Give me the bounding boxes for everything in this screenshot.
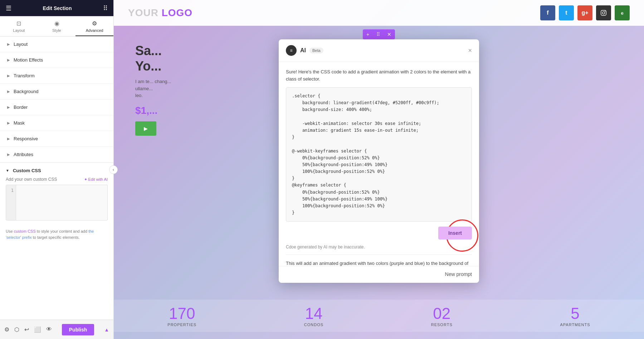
menu-item-border[interactable]: ▶ Border — [0, 100, 113, 115]
sidebar: ☰ Edit Section ⠿ ⊡ Layout ◉ Style ⚙ Adva… — [0, 0, 114, 339]
menu-item-label: Responsive — [14, 136, 38, 141]
hamburger-icon[interactable]: ☰ — [6, 4, 11, 12]
menu-item-attributes[interactable]: ▶ Attributes — [0, 147, 113, 163]
modal-insert-row: Insert — [286, 227, 472, 244]
sidebar-footer-note: Use custom CSS to style your content and… — [0, 225, 113, 244]
css-editor: 1 — [6, 185, 108, 221]
ai-modal: ≡ AI Beta × Sure! Here's the CSS code to… — [279, 39, 479, 283]
custom-css-section: ▼ Custom CSS Add your own custom CSS ✦ E… — [0, 163, 113, 225]
modal-summary: This will add an animated gradient with … — [286, 260, 472, 266]
add-css-label: Add your own custom CSS — [6, 177, 57, 182]
bottom-icons: ⚙ ⬡ ↩ ⬜ 👁 — [4, 326, 52, 333]
menu-item-label: Border — [14, 105, 28, 110]
publish-arrow-icon[interactable]: ▲ — [104, 327, 109, 333]
tab-style-label: Style — [52, 28, 61, 33]
modal-overlay: ≡ AI Beta × Sure! Here's the CSS code to… — [114, 0, 644, 339]
tab-style[interactable]: ◉ Style — [38, 16, 76, 36]
css-textarea[interactable] — [16, 185, 107, 220]
main-area: YOUR LOGO f t g+ e + ⠿ ✕ Sa... Yo... I a… — [114, 0, 644, 339]
menu-item-label: Background — [14, 89, 38, 94]
sidebar-bottom: ⚙ ⬡ ↩ ⬜ 👁 Publish ▲ — [0, 320, 113, 339]
modal-intro-text: Sure! Here's the CSS code to add a gradi… — [286, 68, 472, 82]
custom-css-subheader: Add your own custom CSS ✦ Edit with AI — [6, 177, 108, 182]
line-numbers: 1 — [6, 185, 16, 220]
responsive-icon[interactable]: ⬜ — [34, 326, 41, 333]
menu-item-background[interactable]: ▶ Background — [0, 84, 113, 100]
chevron-icon: ▶ — [7, 121, 10, 125]
layers-icon[interactable]: ⬡ — [14, 326, 19, 333]
tab-layout[interactable]: ⊡ Layout — [0, 16, 38, 36]
modal-ai-label: AI — [300, 47, 306, 54]
chevron-down-icon: ▼ — [6, 169, 9, 173]
chevron-icon: ▶ — [7, 42, 10, 46]
sidebar-tabs: ⊡ Layout ◉ Style ⚙ Advanced — [0, 16, 113, 37]
menu-item-label: Attributes — [14, 152, 33, 157]
menu-item-layout[interactable]: ▶ Layout — [0, 37, 113, 52]
new-prompt-button[interactable]: New prompt — [445, 271, 472, 277]
publish-button[interactable]: Publish — [62, 324, 94, 335]
sidebar-title: Edit Section — [43, 5, 72, 11]
menu-item-label: Transform — [14, 73, 35, 78]
preview-icon[interactable]: 👁 — [46, 326, 52, 333]
modal-divider — [286, 255, 472, 255]
chevron-icon: ▶ — [7, 74, 10, 78]
tab-advanced[interactable]: ⚙ Advanced — [75, 16, 113, 36]
modal-body: Sure! Here's the CSS code to add a gradi… — [279, 62, 479, 266]
modal-logo: ≡ — [286, 45, 297, 56]
menu-item-label: Motion Effects — [14, 57, 43, 63]
modal-warning: Cdoe generated by AI may be inaccurate. — [286, 244, 472, 250]
history-icon[interactable]: ↩ — [24, 326, 29, 333]
css-code-block: .selector { background: linear-gradient(… — [286, 87, 472, 222]
tab-advanced-label: Advanced — [86, 28, 103, 33]
settings-bottom-icon[interactable]: ⚙ — [4, 326, 9, 333]
modal-footer: New prompt — [279, 266, 479, 283]
chevron-icon: ▶ — [7, 58, 10, 62]
edit-with-ai-btn[interactable]: ✦ Edit with AI — [84, 177, 108, 182]
menu-item-label: Layout — [14, 42, 28, 47]
grid-icon[interactable]: ⠿ — [103, 4, 108, 12]
tab-layout-label: Layout — [13, 28, 25, 33]
menu-item-transform[interactable]: ▶ Transform — [0, 68, 113, 84]
chevron-icon: ▶ — [7, 89, 10, 93]
chevron-icon: ▶ — [7, 137, 10, 141]
advanced-icon: ⚙ — [92, 20, 97, 27]
menu-item-label: Mask — [14, 120, 25, 126]
modal-header: ≡ AI Beta × — [279, 39, 479, 62]
menu-item-responsive[interactable]: ▶ Responsive — [0, 131, 113, 147]
custom-css-label: Custom CSS — [13, 168, 41, 173]
modal-close-btn[interactable]: × — [468, 47, 472, 54]
sidebar-menu: ▶ Layout ▶ Motion Effects ▶ Transform ▶ … — [0, 37, 113, 320]
menu-item-mask[interactable]: ▶ Mask — [0, 115, 113, 131]
sidebar-header: ☰ Edit Section ⠿ — [0, 0, 113, 16]
insert-button[interactable]: Insert — [438, 227, 472, 239]
menu-item-motion-effects[interactable]: ▶ Motion Effects — [0, 52, 113, 68]
beta-badge: Beta — [309, 48, 323, 53]
chevron-icon: ▶ — [7, 152, 10, 156]
style-icon: ◉ — [54, 20, 59, 27]
custom-css-toggle[interactable]: ▼ Custom CSS — [6, 163, 108, 177]
custom-css-link[interactable]: custom CSS — [14, 229, 36, 233]
chevron-icon: ▶ — [7, 105, 10, 109]
layout-icon: ⊡ — [16, 20, 21, 27]
